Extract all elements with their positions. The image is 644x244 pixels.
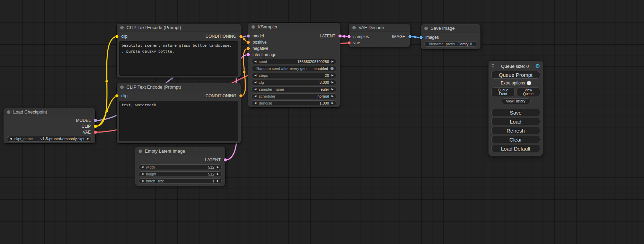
decrement-arrow-icon[interactable]: ◀ — [141, 166, 143, 169]
output-dot-clip[interactable] — [94, 125, 97, 128]
output-dot-conditioning[interactable] — [239, 94, 242, 98]
input-dot-vae[interactable] — [347, 42, 351, 45]
clear-button[interactable]: Clear — [491, 136, 540, 143]
collapse-toggle-dot[interactable] — [252, 25, 255, 29]
input-dot-model[interactable] — [247, 35, 250, 38]
increment-arrow-icon[interactable]: ▶ — [217, 180, 219, 182]
next-value-arrow-icon[interactable]: ▶ — [87, 137, 89, 140]
output-dot-model[interactable] — [94, 119, 97, 122]
input-label-latent-image: latent_image — [253, 52, 276, 57]
node-ksampler[interactable]: KSampler model LATENT positive negative … — [248, 23, 340, 107]
settings-gear-icon[interactable]: ⚙ — [535, 63, 540, 69]
node-header[interactable]: KSampler — [248, 23, 340, 31]
link-center-dot — [343, 35, 346, 38]
input-dot-samples[interactable] — [347, 35, 351, 38]
decrement-arrow-icon[interactable]: ◀ — [254, 74, 256, 77]
load-default-button[interactable]: Load Default — [491, 145, 540, 152]
widget-scheduler[interactable]: ◀ scheduler normal ▶ — [252, 93, 336, 99]
node-clip-text-encode-positive[interactable]: CLIP Text Encode (Prompt) clip CONDITION… — [117, 24, 241, 78]
link-center-dot — [105, 80, 108, 83]
input-dot-positive[interactable] — [247, 41, 250, 44]
toggle-knob[interactable] — [330, 67, 334, 70]
graph-canvas[interactable]: Load Checkpoint MODEL CLIP VAE ◀ ckpt_na… — [0, 0, 644, 244]
next-value-arrow-icon[interactable]: ▶ — [332, 88, 334, 91]
output-label-model: MODEL — [76, 118, 91, 123]
widget-seed[interactable]: ◀ seed 156680208700286 ▶ — [252, 59, 336, 64]
decrement-arrow-icon[interactable]: ◀ — [141, 173, 143, 175]
increment-arrow-icon[interactable]: ▶ — [332, 60, 334, 63]
widget-label: width — [146, 165, 155, 169]
widget-width[interactable]: ◀ width 512 ▶ — [139, 164, 222, 170]
view-history-button[interactable]: View History — [501, 98, 531, 104]
node-header[interactable]: Empty Latent Image — [135, 147, 225, 155]
widget-value: enabled — [315, 66, 328, 71]
prev-value-arrow-icon[interactable]: ◀ — [254, 95, 256, 98]
queue-front-button[interactable]: Queue Front — [491, 87, 515, 97]
positive-prompt-textarea[interactable]: beautiful scenery nature glass bottle la… — [119, 41, 238, 76]
widget-denoise[interactable]: ◀ denoise 1.000 ▶ — [252, 100, 336, 106]
widget-ckpt-name[interactable]: ◀ ckpt_name v1-5-pruned-emaonly.ckpt ▶ — [7, 136, 92, 142]
widget-cfg[interactable]: ◀ cfg 8.000 ▶ — [252, 80, 336, 85]
drag-handle-icon[interactable] — [491, 64, 495, 69]
widget-batch-size[interactable]: ◀ batch_size 1 ▶ — [139, 178, 222, 184]
increment-arrow-icon[interactable]: ▶ — [217, 173, 219, 175]
widget-value: 512 — [208, 165, 214, 169]
decrement-arrow-icon[interactable]: ◀ — [254, 81, 256, 84]
node-header[interactable]: CLIP Text Encode (Prompt) — [117, 83, 241, 91]
collapse-toggle-dot[interactable] — [352, 26, 356, 29]
input-dot-negative[interactable] — [247, 47, 250, 50]
increment-arrow-icon[interactable]: ▶ — [332, 81, 334, 84]
widget-label: sampler_name — [259, 87, 284, 91]
increment-arrow-icon[interactable]: ▶ — [332, 102, 334, 105]
output-label-vae: VAE — [83, 130, 91, 135]
node-header[interactable]: Save Image — [421, 24, 480, 33]
node-header[interactable]: VAE Decode — [349, 24, 410, 32]
extra-options-checkbox[interactable] — [527, 81, 531, 85]
negative-prompt-textarea[interactable]: text, watermark — [119, 101, 238, 141]
collapse-toggle-dot[interactable] — [120, 26, 124, 29]
output-dot-image[interactable] — [408, 35, 412, 38]
decrement-arrow-icon[interactable]: ◀ — [254, 60, 256, 63]
queue-menu-panel[interactable]: Queue size: 0 ⚙ Queue Prompt Extra optio… — [488, 61, 543, 156]
next-value-arrow-icon[interactable]: ▶ — [332, 95, 334, 98]
output-dot-latent[interactable] — [224, 159, 227, 162]
slot-row: model LATENT — [248, 33, 340, 39]
node-clip-text-encode-negative[interactable]: CLIP Text Encode (Prompt) clip CONDITION… — [117, 83, 241, 143]
output-label-clip: CLIP — [81, 124, 91, 129]
output-dot-conditioning[interactable] — [239, 35, 242, 38]
slot-row: CLIP — [3, 123, 95, 129]
save-button[interactable]: Save — [491, 109, 540, 116]
output-dot-latent[interactable] — [338, 35, 342, 38]
input-label-images: images — [425, 35, 439, 40]
node-load-checkpoint[interactable]: Load Checkpoint MODEL CLIP VAE ◀ ckpt_na… — [3, 108, 95, 143]
refresh-button[interactable]: Refresh — [491, 127, 540, 134]
node-save-image[interactable]: Save Image images filename_prefix ComfyU… — [421, 24, 480, 49]
increment-arrow-icon[interactable]: ▶ — [217, 166, 219, 169]
widget-random-seed-toggle[interactable]: Random seed after every gen enabled — [252, 66, 336, 71]
widget-filename-prefix[interactable]: filename_prefix ComfyUI — [424, 41, 477, 47]
node-empty-latent-image[interactable]: Empty Latent Image LATENT ◀ width 512 ▶ … — [135, 147, 225, 186]
widget-height[interactable]: ◀ height 512 ▶ — [139, 171, 222, 177]
decrement-arrow-icon[interactable]: ◀ — [254, 102, 256, 105]
prev-value-arrow-icon[interactable]: ◀ — [254, 88, 256, 91]
collapse-toggle-dot[interactable] — [120, 85, 124, 89]
widget-sampler-name[interactable]: ◀ sampler_name euler ▶ — [252, 87, 336, 92]
node-header[interactable]: Load Checkpoint — [3, 108, 95, 116]
increment-arrow-icon[interactable]: ▶ — [332, 74, 334, 77]
view-queue-button[interactable]: View Queue — [517, 87, 540, 97]
prev-value-arrow-icon[interactable]: ◀ — [10, 137, 12, 140]
output-dot-vae[interactable] — [94, 130, 97, 134]
decrement-arrow-icon[interactable]: ◀ — [141, 180, 143, 182]
load-button[interactable]: Load — [491, 118, 540, 125]
widget-steps[interactable]: ◀ steps 20 ▶ — [252, 73, 336, 78]
input-dot-clip[interactable] — [115, 35, 118, 38]
node-vae-decode[interactable]: VAE Decode samples IMAGE vae — [349, 24, 410, 47]
collapse-toggle-dot[interactable] — [424, 27, 428, 30]
input-dot-clip[interactable] — [115, 94, 118, 98]
node-header[interactable]: CLIP Text Encode (Prompt) — [117, 24, 241, 32]
input-dot-latent-image[interactable] — [247, 53, 250, 56]
collapse-toggle-dot[interactable] — [7, 110, 10, 114]
input-dot-images[interactable] — [420, 36, 423, 39]
queue-prompt-button[interactable]: Queue Prompt — [491, 71, 540, 79]
collapse-toggle-dot[interactable] — [139, 150, 142, 153]
